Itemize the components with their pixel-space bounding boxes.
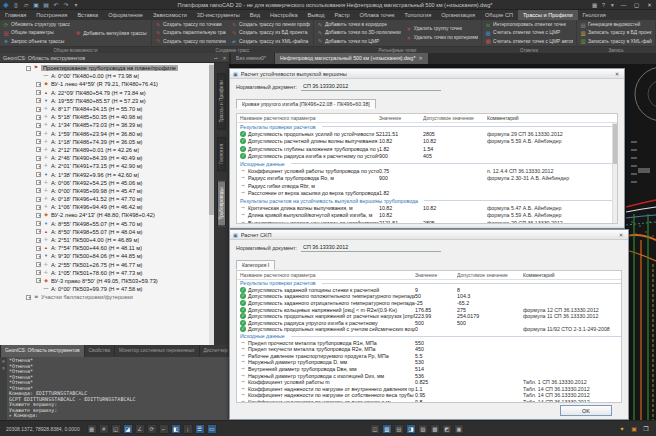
tree-item[interactable]: A: 8°50' ПК498+55.07 (H = 48.04 м) (0, 228, 214, 236)
status-toggle-icon[interactable]: ◪ (123, 424, 133, 434)
undo-icon[interactable]: ↶ (52, 1, 60, 9)
command-history[interactable]: *Отмена**Отмена**Отмена**Отмена**Отмена*… (7, 357, 229, 420)
ribbon-button[interactable]: ✚ Добавить метку/имя трассы (75, 29, 146, 37)
close-button[interactable]: ✕ (643, 0, 656, 10)
status-toggle-icon[interactable]: ▣ (454, 424, 464, 434)
table-row[interactable]: Исходные данные (237, 333, 621, 340)
tree-item[interactable]: A: 0°00' ПК495+99.98 (H = 45.47 м) (0, 187, 214, 195)
pin-icon[interactable]: ⊸ (211, 55, 220, 61)
tree-item[interactable]: A: 1°59' ПК486+23.94 (H = 36.80 м) (0, 130, 214, 138)
table-row[interactable]: Длина кривой выпуклой/вогнутой кривой из… (237, 212, 617, 219)
status-toggle-icon[interactable]: ▩ (430, 424, 440, 434)
redo-icon[interactable]: ↷ (62, 1, 70, 9)
close-dialog-icon[interactable]: ✕ (617, 232, 625, 238)
status-toggle-icon[interactable]: ◩ (442, 424, 452, 434)
tree-item[interactable]: A: 2°55' ПК501+26.75 (H = 46.77 м) (0, 261, 214, 269)
close-dialog-icon[interactable]: ✕ (613, 71, 621, 77)
panel-side-tab[interactable]: Геология (217, 137, 226, 171)
tree-item[interactable]: A: 1°05' ПК501+78.60 (H = 47.73 м) (0, 269, 214, 277)
expand-toggle[interactable] (36, 270, 41, 275)
table-row[interactable]: Радиус гибки отвода Rbr, м (237, 182, 617, 189)
tree-item[interactable]: A: 8°55' ПК498+55.07 (H = 45.70 м) (0, 220, 214, 228)
table-row[interactable]: Предел текучести металла трубопровода R2… (237, 346, 621, 353)
table-row[interactable]: Коэффициент условий работы m 0.825 Табл.… (237, 379, 621, 386)
ribbon-button[interactable]: ✕ Удалить точки по критериям (406, 34, 478, 42)
help-dropdown-icon[interactable]: ▾ (608, 0, 617, 10)
table-row[interactable]: Допустимость радиуса изгиба к расчетному… (237, 153, 617, 160)
help-icon[interactable]: ? (599, 0, 608, 10)
status-toggle-icon[interactable]: ⌐ (159, 424, 169, 434)
expand-toggle[interactable] (36, 278, 41, 283)
ribbon-button[interactable]: ✎ Создать трассу по полилинии (155, 38, 226, 45)
ok-button[interactable]: OK (560, 405, 612, 416)
category-tab[interactable]: Категория I (236, 260, 275, 270)
ribbon-tab[interactable]: Растр (329, 10, 354, 20)
table-row[interactable]: Допустимость радиуса упругого изгиба к р… (237, 320, 621, 327)
tree-item[interactable]: A: 9°30' ПК500+84.06 (H = 44.85 м) (0, 252, 214, 260)
expand-toggle[interactable] (36, 107, 41, 112)
table-row[interactable]: Исходные данные (237, 160, 617, 167)
tree-item-ballast[interactable]: Участки балластировки/футеровки (0, 293, 214, 301)
status-toggle-icon[interactable]: ◨ (406, 424, 416, 434)
ribbon-button[interactable]: ▥ Записать трассу в БД проекта (580, 29, 652, 36)
ribbon-button[interactable]: ▤ Генерация ведомостей (580, 21, 652, 28)
expand-toggle[interactable] (36, 246, 41, 251)
table-row[interactable]: Допустимость продольных напряжений с уче… (237, 326, 621, 333)
ribbon-tab[interactable]: Общие СП (480, 10, 518, 20)
status-toggle-icon[interactable]: ☰ (195, 424, 205, 434)
ribbon-tab[interactable]: Оформление (103, 10, 148, 20)
expand-toggle[interactable] (36, 238, 41, 243)
tree-item[interactable]: A: 0°18' ПК496+41.52 (H = 47.70 м) (0, 195, 214, 203)
table-row[interactable]: Коэффициент надежности по нагрузке от со… (237, 392, 621, 399)
ribbon-button[interactable]: ▰ Создать трассу из XML-файла (231, 38, 310, 45)
table-row[interactable]: Наружный диаметр трубопровода D, мм 530 (237, 359, 621, 366)
table-row[interactable]: Допустимость заданной толщины стенки к р… (237, 287, 621, 294)
table-row[interactable]: Внутренний диаметр трубопровода Dвн, мм … (237, 366, 621, 373)
expand-toggle[interactable] (36, 254, 41, 259)
table-row[interactable]: Коэффициент надежности по нагрузке от вн… (237, 386, 621, 393)
status-toggle-icon[interactable]: # (99, 424, 109, 434)
tree-item[interactable]: A: 0°00' ПК503+99.79 (H = 47.58 м) (0, 285, 214, 293)
expand-toggle[interactable] (36, 98, 41, 103)
ribbon-tab[interactable]: Трассы и Профили (518, 10, 578, 20)
tree-item[interactable]: A: 2°51' ПК500+4.00 (H = 46.89 м) (0, 236, 214, 244)
table-row[interactable]: Допустимость заданного положительного те… (237, 293, 621, 300)
curve-tab[interactable]: Кривая упругого изгиба [ПК496+22.08 - ПК… (236, 99, 376, 109)
ribbon-button[interactable]: ▥ Записать трассу в XML-файл (580, 38, 652, 45)
panel-side-tab[interactable]: Трассы и Профили (217, 73, 226, 129)
close-command-icon[interactable]: ✕ (2, 359, 6, 364)
ribbon-tab[interactable]: Топология (399, 10, 436, 20)
tree-item[interactable]: A: 0°06' ПК492+54.25 (H = 45.06 м) (0, 179, 214, 187)
ribbon-button[interactable]: ✎ Создать трассу по точкам (155, 21, 226, 28)
expand-toggle[interactable] (36, 229, 41, 234)
tree-item[interactable]: A: 1°06' ПК496+94.49 (H = 46.42 м) (0, 203, 214, 211)
print-icon[interactable]: ▤ (42, 1, 50, 9)
ribbon-button[interactable]: ⟳ Обновить структуру трасс (3, 21, 70, 28)
maximize-button[interactable]: ▢ (630, 0, 643, 10)
expand-toggle[interactable] (36, 131, 41, 136)
save-file-icon[interactable]: ▣ (32, 1, 40, 9)
table-row[interactable]: Допустимость кольцевых напряжений [σкц] … (237, 306, 621, 313)
tree-root-item[interactable]: Проектирование трубопровода на плане/про… (0, 64, 214, 72)
table-row[interactable]: Коэффициент условий работы трубопровода … (237, 167, 617, 174)
status-toggle-icon[interactable]: ▥ (382, 424, 392, 434)
expand-toggle[interactable] (26, 295, 31, 300)
tree-item[interactable]: A: 1°18' ПК486+74.39 (H = 36.05 м) (0, 138, 214, 146)
ribbon-tab[interactable]: Облака точек (355, 10, 400, 20)
ribbon-tab[interactable]: 3D-инструменты (192, 10, 245, 20)
normative-doc-field[interactable]: СП 36.13330.2012 (301, 83, 441, 91)
ribbon-button[interactable]: ✎ Создать трассу из БД проекта (231, 29, 310, 36)
tree-item[interactable]: A: 7°54' ПК500+44.60 (H = 48.11 м) (0, 244, 214, 252)
ribbon-tab[interactable]: Вставка (72, 10, 103, 20)
tree-item[interactable]: A: 22°09' ПК480+54.79 (H = 73.84 м) (0, 89, 214, 97)
status-notification-icon[interactable]: ✦ (617, 424, 627, 434)
ribbon-tab[interactable]: Построения (31, 10, 72, 20)
expand-toggle[interactable] (36, 90, 41, 95)
ribbon-button[interactable]: ✎ Создать трассу по линии профиля (231, 21, 310, 28)
ribbon-tab[interactable]: Главная (0, 10, 31, 20)
expand-toggle[interactable] (36, 262, 41, 267)
status-notification-icon[interactable]: ❒ (641, 424, 651, 434)
ribbon-tab[interactable]: Настройка (265, 10, 303, 20)
ribbon-button[interactable]: ▦ Считать отметки точек с ЦМР (485, 29, 573, 36)
open-file-icon[interactable]: ▱ (22, 1, 30, 9)
